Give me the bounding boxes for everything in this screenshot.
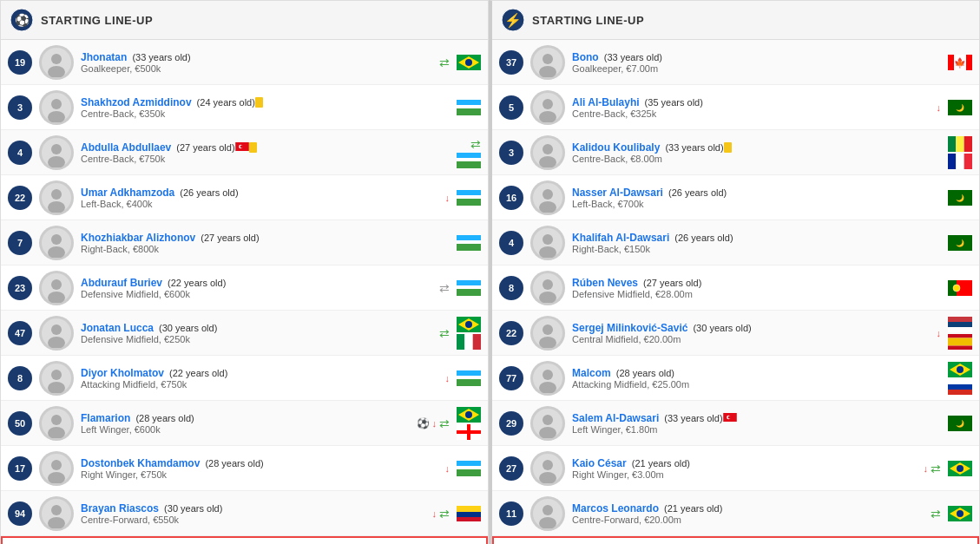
player-name[interactable]: Marcos Leonardo (21 years old) (572, 502, 931, 515)
flag-ca: 🍁 (948, 55, 972, 70)
svg-rect-14 (457, 108, 481, 115)
player-flags (946, 136, 972, 169)
player-info: Flamarion (28 years old)Left Winger, €60… (81, 412, 417, 435)
svg-rect-21 (457, 153, 481, 158)
red_arrow-icon: ↓ (445, 372, 451, 384)
inline-flag_tr_small-icon (235, 141, 249, 154)
team-title: STARTING LINE-UP (532, 14, 644, 27)
svg-rect-82 (457, 512, 481, 517)
player-name[interactable]: Dostonbek Khamdamov (28 years old) (81, 457, 445, 469)
player-info: Salem Al-Dawsari (33 years old)Left Wing… (572, 412, 941, 435)
player-info: Kaio César (21 years old)Right Winger, €… (572, 457, 924, 480)
player-name[interactable]: Umar Adkhamzoda (26 years old) (81, 187, 445, 199)
player-info: Umar Adkhamzoda (26 years old)Left-Back,… (81, 187, 445, 209)
flag-uz (457, 235, 481, 251)
player-age: (27 years old) (174, 142, 234, 153)
player-row: 17 Dostonbek Khamdamov (28 years old)Rig… (1, 446, 488, 491)
player-detail: Defensive Midfield, €28.00m (572, 289, 941, 299)
jersey-number: 3 (499, 141, 523, 165)
red-arrow-icon: ↓ (432, 508, 437, 519)
svg-point-146 (727, 416, 731, 419)
flag-ge (457, 424, 481, 440)
player-name[interactable]: Nasser Al-Dawsari (26 years old) (572, 187, 941, 199)
player-row: 47 Jonatan Lucca (30 years old)Defensive… (1, 311, 488, 356)
player-name[interactable]: Flamarion (28 years old) (81, 412, 417, 424)
svg-text:🌙: 🌙 (956, 103, 964, 112)
sub-icon: ⇄ (439, 416, 450, 430)
jersey-number: 94 (8, 501, 32, 526)
player-name[interactable]: Rúben Neves (27 years old) (572, 277, 941, 289)
flag-br (948, 506, 972, 521)
svg-rect-28 (457, 190, 481, 195)
red_arrow-icon: ↓ (432, 417, 437, 429)
player-name[interactable]: Bono (33 years old) (572, 51, 941, 63)
player-row: 3 Kalidou Koulibaly (33 years old)Centre… (492, 130, 979, 175)
svg-point-40 (51, 279, 62, 290)
svg-point-47 (51, 324, 62, 335)
svg-point-33 (51, 234, 62, 245)
svg-rect-70 (457, 430, 481, 434)
player-name[interactable]: Khalifah Al-Dawsari (26 years old) (572, 232, 941, 244)
flag-br (457, 55, 481, 70)
player-name[interactable]: Ali Al-Bulayhi (35 years old) (572, 96, 937, 108)
jersey-number: 17 (8, 456, 32, 481)
svg-point-118 (543, 279, 553, 290)
flag-fr (948, 154, 972, 169)
svg-point-63 (51, 415, 62, 425)
team-left: ⚽STARTING LINE-UP19 Jhonatan (33 years o… (0, 0, 489, 544)
svg-rect-77 (457, 469, 481, 476)
svg-rect-36 (457, 240, 481, 242)
team-footer: Foreigners: 7 (63.6%)Avg. age: 28.9Purch… (492, 536, 979, 544)
svg-point-9 (51, 99, 62, 109)
svg-rect-13 (457, 107, 481, 108)
sub-icon: ⇄ (931, 507, 941, 521)
svg-rect-76 (457, 468, 481, 469)
player-detail: Right-Back, €150k (572, 244, 941, 254)
player-action-icons: ↓ (445, 192, 451, 204)
svg-point-108 (543, 189, 553, 200)
svg-rect-138 (948, 379, 972, 384)
player-name[interactable]: Sergej Milinković-Savić (30 years old) (572, 322, 937, 334)
svg-point-94 (543, 99, 553, 109)
player-name[interactable]: Malcom (28 years old) (572, 367, 941, 379)
player-detail: Left Winger, €600k (81, 424, 417, 435)
player-photo (39, 90, 74, 125)
player-age: (30 years old) (156, 323, 217, 333)
player-action-icons: ⇄ (439, 56, 450, 69)
svg-point-124 (543, 324, 553, 335)
player-name[interactable]: Kaio César (21 years old) (572, 457, 924, 469)
player-flags (946, 362, 972, 395)
player-name[interactable]: Shakhzod Azmiddinov (24 years old) (81, 96, 450, 108)
svg-rect-89 (948, 55, 954, 70)
player-name[interactable]: Jhonatan (33 years old) (81, 51, 439, 63)
player-flags (946, 461, 972, 476)
player-age: (33 years old) (661, 413, 722, 423)
player-action-icons: ↓ (937, 327, 942, 339)
player-name[interactable]: Khozhiakbar Alizhonov (27 years old) (81, 232, 450, 244)
svg-rect-74 (457, 461, 481, 466)
flag-sa: 🌙 (948, 190, 972, 206)
player-name[interactable]: Brayan Riascos (30 years old) (81, 502, 432, 515)
red-arrow-icon: ↓ (432, 418, 437, 429)
svg-rect-12 (457, 105, 481, 107)
player-name[interactable]: Abdulla Abdullaev (27 years old) (81, 141, 450, 154)
player-photo (39, 271, 74, 305)
player-name[interactable]: Kalidou Koulibaly (33 years old) (572, 141, 941, 154)
jersey-number: 50 (8, 411, 32, 436)
substitution-icon: ⇄ (931, 507, 941, 521)
player-name[interactable]: Abdurauf Buriev (22 years old) (81, 277, 439, 289)
player-name[interactable]: Jonatan Lucca (30 years old) (81, 322, 439, 334)
svg-rect-129 (948, 334, 972, 338)
jersey-number: 11 (499, 501, 523, 526)
svg-rect-104 (948, 154, 956, 169)
player-detail: Left Winger, €1.80m (572, 424, 941, 435)
flag-es (948, 334, 972, 350)
substitution-icon: ⇄ (439, 416, 450, 430)
jersey-number: 22 (8, 186, 32, 210)
player-name[interactable]: Salem Al-Dawsari (33 years old) (572, 412, 941, 424)
red-arrow-icon: ↓ (937, 102, 942, 113)
svg-point-142 (543, 415, 553, 425)
flag-co (457, 506, 481, 521)
player-name[interactable]: Diyor Kholmatov (22 years old) (81, 367, 445, 379)
flag-sn (948, 136, 972, 152)
